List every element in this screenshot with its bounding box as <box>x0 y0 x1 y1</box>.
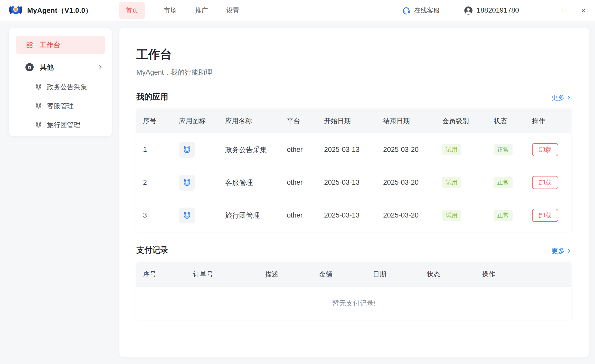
cell-app-icon <box>172 133 219 166</box>
payments-title: 支付记录 <box>136 245 168 255</box>
page-title: 工作台 <box>136 47 571 63</box>
table-header-row: 序号 应用图标 应用名称 平台 开始日期 结束日期 会员级别 状态 操作 <box>136 109 571 133</box>
col-amount: 金额 <box>312 262 366 287</box>
col-date: 日期 <box>366 262 420 287</box>
topbar-right: 在线客服 18820191780 — □ × <box>402 6 586 15</box>
level-badge: 试用 <box>442 177 461 188</box>
col-actions: 操作 <box>525 109 571 133</box>
cell-member-level: 试用 <box>436 166 487 199</box>
cell-actions: 卸载 <box>525 199 571 232</box>
ox-badge-icon <box>35 83 42 91</box>
nav-item-home[interactable]: 首页 <box>119 2 145 19</box>
chevron-right-icon <box>98 65 103 70</box>
cell-app-name: 政务公告采集 <box>219 133 280 166</box>
chevron-right-icon <box>566 249 571 253</box>
cell-actions: 卸载 <box>525 166 571 199</box>
avatar-icon <box>464 6 473 15</box>
table-header-row: 序号 订单号 描述 金额 日期 状态 操作 <box>136 262 571 287</box>
app-icon-tile <box>179 175 195 191</box>
more-label: 更多 <box>551 93 565 102</box>
cell-end-date: 2025-03-20 <box>376 166 436 199</box>
sidebar-item-label: 其他 <box>40 63 54 72</box>
col-index: 序号 <box>136 262 186 287</box>
sidebar-item-gov-announcement[interactable]: 政务公告采集 <box>16 81 105 93</box>
cell-platform: other <box>280 199 317 232</box>
my-apps-table: 序号 应用图标 应用名称 平台 开始日期 结束日期 会员级别 状态 操作 1 <box>136 109 571 232</box>
col-member-level: 会员级别 <box>436 109 487 133</box>
payments-empty-text: 暂无支付记录! <box>136 287 571 320</box>
cell-member-level: 试用 <box>436 133 487 166</box>
layers-icon <box>25 63 34 71</box>
my-apps-section-header: 我的应用 更多 <box>136 91 571 102</box>
online-support-label: 在线客服 <box>414 6 440 15</box>
ox-badge-icon <box>182 145 192 155</box>
my-apps-title: 我的应用 <box>136 91 168 102</box>
cell-platform: other <box>280 166 317 199</box>
close-button[interactable]: × <box>581 6 586 15</box>
payments-more-link[interactable]: 更多 <box>551 247 571 255</box>
ox-badge-icon <box>182 211 192 220</box>
cell-start-date: 2025-03-13 <box>317 133 376 166</box>
cell-app-icon <box>172 199 219 232</box>
cell-app-name: 旅行团管理 <box>219 199 280 232</box>
uninstall-button[interactable]: 卸载 <box>532 176 558 189</box>
col-index: 序号 <box>136 109 172 133</box>
col-actions: 操作 <box>475 262 571 287</box>
status-badge: 正常 <box>494 144 513 155</box>
page-subtitle: MyAgent，我的智能助理 <box>136 68 571 77</box>
chevron-right-icon <box>566 95 571 100</box>
cell-index: 3 <box>136 199 172 232</box>
ox-badge-icon <box>182 178 192 188</box>
grid-icon <box>26 41 33 48</box>
cell-end-date: 2025-03-20 <box>376 133 436 166</box>
sidebar: 工作台 其他 政务公告采集 客服管理 旅行团管理 <box>9 28 112 136</box>
cell-status: 正常 <box>487 166 525 199</box>
minimize-button[interactable]: — <box>541 7 548 14</box>
my-apps-more-link[interactable]: 更多 <box>551 93 571 102</box>
app-logo-icon <box>8 4 24 17</box>
nav-item-promotion[interactable]: 推广 <box>195 2 208 19</box>
cell-index: 2 <box>136 166 172 199</box>
sidebar-item-workbench[interactable]: 工作台 <box>16 36 105 54</box>
app-row-1: 1 政务公告采集 other 2025-03-13 2025-03-20 试用 … <box>136 133 571 166</box>
user-account-button[interactable]: 18820191780 <box>464 6 519 15</box>
main-panel: 工作台 MyAgent，我的智能助理 我的应用 更多 序号 应用图标 应用名称 … <box>119 28 589 357</box>
sidebar-item-label: 客服管理 <box>47 102 74 111</box>
user-phone: 18820191780 <box>477 6 519 14</box>
col-description: 描述 <box>258 262 312 287</box>
sidebar-item-label: 旅行团管理 <box>47 121 80 130</box>
ox-badge-icon <box>35 102 42 110</box>
app-title: MyAgent（V1.0.0） <box>27 6 92 15</box>
brand: MyAgent（V1.0.0） <box>8 4 92 17</box>
app-row-2: 2 客服管理 other 2025-03-13 2025-03-20 试用 正常… <box>136 166 571 199</box>
sidebar-item-customer-service[interactable]: 客服管理 <box>16 100 105 112</box>
status-badge: 正常 <box>494 177 513 188</box>
sidebar-item-other[interactable]: 其他 <box>16 61 105 74</box>
app-icon-tile <box>179 208 195 223</box>
sidebar-item-tour-group[interactable]: 旅行团管理 <box>16 119 105 131</box>
maximize-button[interactable]: □ <box>563 8 566 13</box>
more-label: 更多 <box>551 247 565 255</box>
cell-start-date: 2025-03-13 <box>317 199 376 232</box>
col-platform: 平台 <box>280 109 317 133</box>
nav-item-settings[interactable]: 设置 <box>226 2 239 19</box>
uninstall-button[interactable]: 卸载 <box>532 143 558 156</box>
ox-badge-icon <box>35 121 42 129</box>
titlebar: MyAgent（V1.0.0） 首页 市场 推广 设置 在线客服 1882019… <box>0 0 595 21</box>
main-nav: 首页 市场 推广 设置 <box>119 2 239 19</box>
col-status: 状态 <box>420 262 475 287</box>
cell-app-icon <box>172 166 219 199</box>
app-row-3: 3 旅行团管理 other 2025-03-13 2025-03-20 试用 正… <box>136 199 571 232</box>
cell-app-name: 客服管理 <box>219 166 280 199</box>
cell-member-level: 试用 <box>436 199 487 232</box>
uninstall-button[interactable]: 卸载 <box>532 209 558 222</box>
col-app-icon: 应用图标 <box>172 109 219 133</box>
window-controls: — □ × <box>541 6 586 15</box>
app-icon-tile <box>179 142 195 158</box>
cell-start-date: 2025-03-13 <box>317 166 376 199</box>
nav-item-market[interactable]: 市场 <box>164 2 177 19</box>
col-end-date: 结束日期 <box>376 109 436 133</box>
online-support-button[interactable]: 在线客服 <box>402 6 440 15</box>
level-badge: 试用 <box>442 210 461 221</box>
payments-empty-row: 暂无支付记录! <box>136 287 571 320</box>
